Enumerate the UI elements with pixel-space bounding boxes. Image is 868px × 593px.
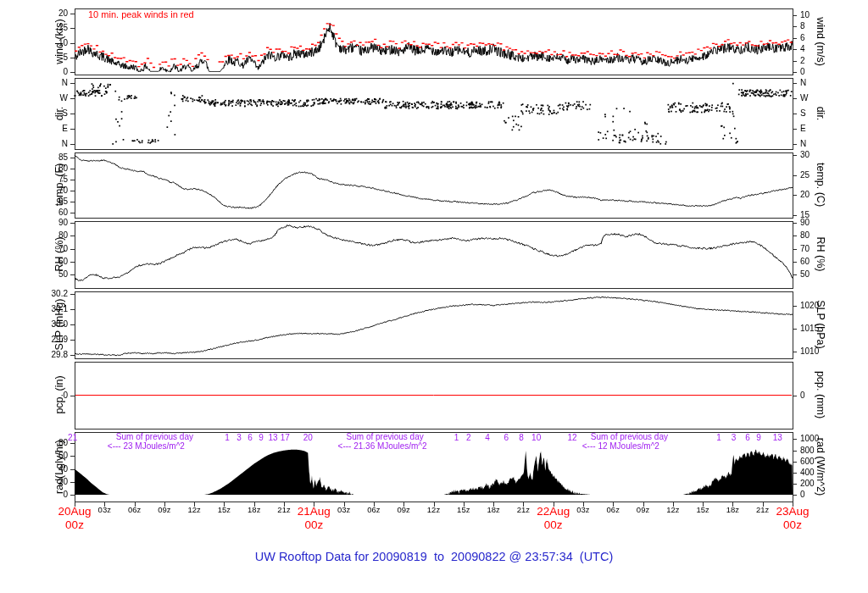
x-hour-label: 06z (607, 506, 620, 514)
x-hour-label: 21z (517, 506, 530, 514)
x-hour-label: 12z (666, 506, 679, 514)
rad-cumulative-num: 12 (567, 434, 576, 442)
pcp-right-axis-label: pcp. (mm) (815, 371, 826, 418)
rad-ytick-left: 60 (29, 452, 68, 460)
rad-ytick-left: 80 (29, 439, 68, 447)
rad-cumulative-num: 1 (716, 434, 721, 442)
rh-ytick-right: 60 (800, 258, 810, 266)
rad-cumulative-num: 10 (531, 434, 541, 442)
rad-sum-annotation-line1: Sum of previous day (347, 433, 424, 441)
rad-ytick-right: 600 (800, 457, 815, 466)
x-hour-label: 18z (487, 506, 499, 514)
dir-ytick-right: N (800, 140, 806, 148)
x-day-label: 23Aug (776, 506, 809, 518)
rad-ytick-left: 20 (29, 478, 68, 486)
x-hour-label: 21z (756, 506, 769, 514)
wind-ytick-left: 15 (29, 24, 68, 32)
meteogram-canvas (0, 0, 868, 593)
x-hour-label: 18z (248, 506, 260, 514)
x-hour-label: 21z (277, 506, 290, 514)
rad-right-axis-label: rad (W/m^2) (815, 438, 826, 496)
rad-cumulative-num: 3 (732, 434, 737, 442)
meteogram-page: wind (kts) dir. temp. (F) RH (%) SLP (in… (0, 0, 868, 593)
dir-ytick-right: S (800, 109, 806, 118)
slp-ytick-right: 1010 (800, 347, 819, 356)
x-hour-label: 06z (128, 506, 141, 514)
wind-ytick-right: 0 (800, 68, 805, 76)
slp-ytick-left: 29.8 (29, 351, 68, 359)
rad-cumulative-num: 20 (303, 434, 313, 442)
rad-cumulative-num: 3 (236, 434, 242, 442)
temp-ytick-left: 60 (29, 208, 68, 217)
rad-ytick-right: 200 (800, 479, 815, 488)
rh-ytick-left: 60 (29, 258, 68, 266)
rh-ytick-right: 90 (800, 219, 810, 227)
rad-ytick-left: 0 (29, 490, 68, 499)
temp-ytick-left: 70 (29, 186, 68, 195)
temp-ytick-left: 85 (29, 153, 68, 162)
wind-ytick-left: 5 (29, 53, 68, 62)
x-hour-label: 18z (726, 506, 739, 514)
x-day-label-hour: 00z (304, 519, 323, 531)
temp-ytick-right: 20 (800, 191, 810, 199)
rad-ytick-right: 400 (800, 468, 815, 477)
wind-ytick-left: 20 (29, 9, 68, 18)
slp-ytick-left: 30.1 (29, 305, 68, 313)
chart-title: UW Rooftop Data for 20090819 to 20090822… (0, 550, 868, 563)
rad-sum-annotation-line2: <--- 23 MJoules/m^2 (108, 442, 185, 451)
rh-ytick-left: 50 (29, 270, 68, 279)
rad-cumulative-num: 2 (466, 434, 471, 442)
slp-ytick-left: 30.2 (29, 290, 68, 298)
rad-cumulative-num: 8 (519, 434, 524, 442)
wind-ytick-right: 8 (800, 22, 805, 30)
rad-cumulative-num: 9 (756, 434, 761, 442)
rad-sum-annotation-line1: Sum of previous day (116, 433, 193, 441)
dir-right-axis-label: dir. (815, 107, 826, 121)
rad-sum-annotation-line2: <--- 21.36 MJoules/m^2 (338, 442, 427, 451)
rad-cumulative-num: 13 (269, 434, 278, 442)
x-hour-label: 06z (367, 506, 380, 514)
dir-ytick-left: N (29, 140, 68, 148)
slp-ytick-right: 1015 (800, 324, 819, 333)
temp-ytick-right: 30 (800, 151, 810, 159)
temp-ytick-left: 75 (29, 175, 68, 184)
rad-cumulative-num: 6 (745, 434, 750, 442)
wind-ytick-left: 0 (29, 68, 68, 76)
wind-ytick-right: 10 (800, 11, 810, 19)
x-hour-label: 15z (457, 506, 470, 514)
rh-ytick-right: 70 (800, 245, 810, 253)
rad-ytick-right: 800 (800, 446, 815, 455)
x-hour-label: 09z (158, 506, 170, 514)
rh-ytick-right: 80 (800, 231, 810, 240)
dir-ytick-right: N (800, 79, 806, 87)
x-day-label: 21Aug (298, 506, 331, 518)
x-hour-label: 09z (398, 506, 410, 514)
x-day-label-hour: 00z (544, 519, 563, 531)
rad-sum-annotation-line2: <--- 12 MJoules/m^2 (582, 442, 659, 451)
dir-ytick-left: S (29, 109, 68, 118)
rh-ytick-right: 50 (800, 270, 810, 279)
rad-ytick-right: 1000 (800, 435, 819, 443)
temp-ytick-right: 25 (800, 171, 810, 180)
rad-cumulative-num: 6 (248, 434, 253, 442)
rh-ytick-left: 90 (29, 219, 68, 227)
temp-ytick-left: 80 (29, 164, 68, 173)
rad-ytick-right: 0 (800, 490, 805, 499)
rh-ytick-left: 80 (29, 231, 68, 240)
x-day-label-hour: 00z (783, 519, 802, 531)
dir-ytick-left: N (29, 79, 68, 87)
slp-ytick-left: 29.9 (29, 335, 68, 344)
pcp-ytick-left: 0 (29, 391, 68, 400)
wind-ytick-right: 4 (800, 45, 805, 53)
wind-right-axis-label: wind (m/s) (815, 17, 826, 66)
dir-ytick-left: W (29, 94, 68, 103)
rad-cumulative-num: 13 (773, 434, 782, 442)
dir-ytick-left: E (29, 125, 68, 133)
rad-cumulative-num: 6 (504, 434, 509, 442)
temp-ytick-left: 65 (29, 197, 68, 206)
x-hour-label: 15z (696, 506, 709, 514)
peak-winds-annotation: 10 min. peak winds in red (88, 9, 194, 19)
wind-ytick-right: 2 (800, 57, 805, 65)
x-day-label-hour: 00z (65, 519, 84, 531)
x-hour-label: 03z (98, 506, 111, 514)
